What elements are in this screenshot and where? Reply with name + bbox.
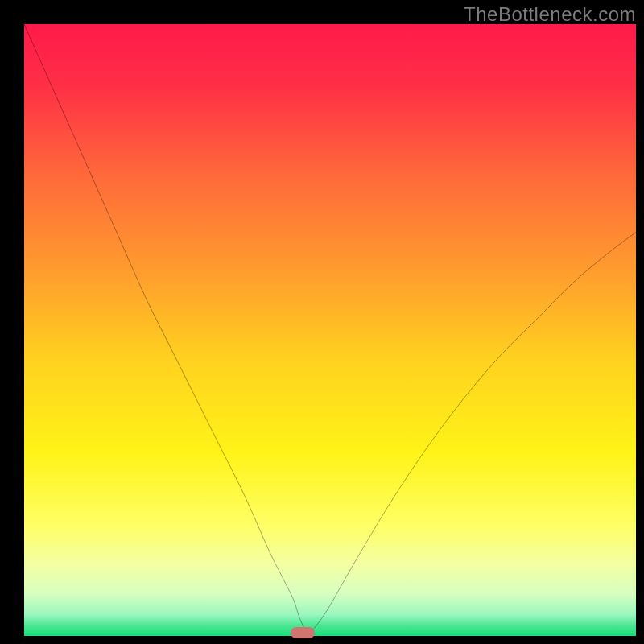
watermark-text: TheBottleneck.com <box>464 3 636 26</box>
bottleneck-curve <box>24 24 636 636</box>
plot-area <box>24 24 636 636</box>
chart-frame: TheBottleneck.com <box>0 0 644 644</box>
optimal-marker-icon <box>291 627 315 638</box>
